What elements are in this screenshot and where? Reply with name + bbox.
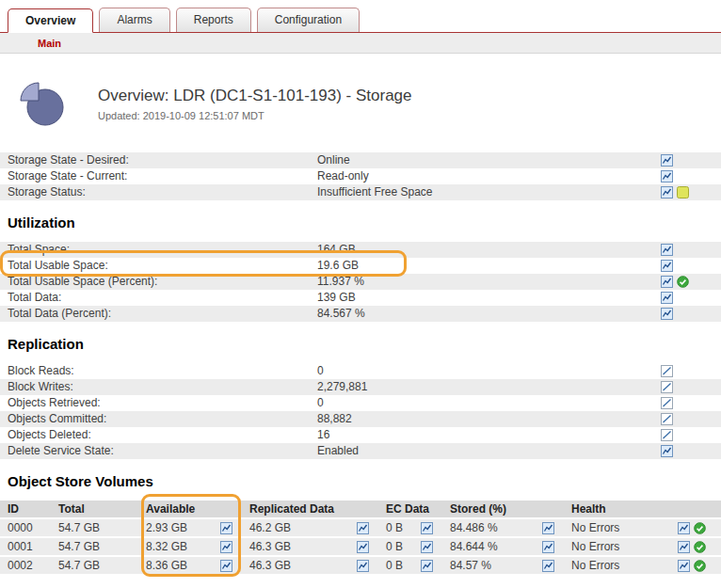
graph-icon[interactable]: [661, 381, 673, 393]
row-icons: [661, 170, 721, 183]
chart-icon[interactable]: [661, 292, 673, 304]
replication-table: Block Reads: 0 Block Writes: 2,279,881 O…: [0, 363, 721, 459]
cell-health: No Errors: [564, 557, 721, 576]
health-value: No Errors: [571, 540, 619, 553]
attr-value: Read-only: [317, 168, 661, 184]
tab-configuration[interactable]: Configuration: [257, 8, 360, 32]
table-header-row: ID Total Available Replicated Data EC Da…: [0, 501, 721, 519]
attr-value: 88,882: [317, 411, 661, 427]
row-icons: [661, 292, 721, 304]
pie-chart-icon: [17, 78, 66, 130]
graph-icon[interactable]: [661, 365, 673, 377]
notice-icon: [677, 186, 689, 199]
graph-icon[interactable]: [661, 413, 673, 425]
attr-label: Objects Committed:: [0, 411, 317, 427]
cell-ec-data: 0 B: [378, 538, 442, 557]
attr-label: Total Data:: [0, 290, 317, 306]
cell-total: 54.7 GB: [51, 538, 138, 557]
chart-icon[interactable]: [220, 541, 232, 553]
attr-value: 16: [317, 427, 661, 443]
attr-label: Objects Deleted:: [0, 427, 317, 443]
cell-stored-percent: 84.644 %: [442, 538, 564, 557]
attr-row-total-usable-space: Total Usable Space: 19.6 GB: [0, 258, 721, 274]
cell-replicated-data: 46.3 GB: [242, 538, 378, 557]
col-header-id: ID: [0, 501, 51, 519]
graph-icon[interactable]: [661, 397, 673, 409]
stored-value: 84.644 %: [450, 540, 498, 553]
main-link[interactable]: Main: [38, 38, 61, 49]
col-header-replicated-data: Replicated Data: [242, 501, 378, 519]
row-icons: [661, 445, 721, 457]
replication-heading: Replication: [0, 322, 721, 363]
cell-id: 0000: [0, 519, 51, 538]
cell-id: 0002: [0, 557, 51, 576]
row-icons: [661, 186, 721, 199]
chart-icon[interactable]: [661, 154, 673, 167]
chart-icon[interactable]: [661, 244, 673, 256]
col-header-available: Available: [138, 501, 242, 519]
attr-row-delete-service-state: Delete Service State: Enabled: [0, 443, 721, 459]
attr-value: 84.567 %: [317, 306, 661, 322]
available-value: 8.36 GB: [146, 559, 187, 572]
available-value: 2.93 GB: [146, 521, 187, 534]
attr-value: Insufficient Free Space: [317, 184, 661, 200]
attr-value: 164 GB: [317, 242, 661, 258]
chart-icon[interactable]: [220, 522, 232, 534]
chart-icon[interactable]: [542, 560, 554, 572]
col-header-health: Health: [564, 501, 721, 519]
chart-icon[interactable]: [661, 445, 673, 457]
row-icons: [661, 397, 721, 409]
chart-icon[interactable]: [678, 541, 690, 553]
attr-value: Online: [317, 152, 661, 168]
page-title: Overview: LDR (DC1-S1-101-193) - Storage: [98, 87, 412, 105]
object-store-volumes-heading: Object Store Volumes: [0, 459, 721, 501]
chart-icon[interactable]: [357, 522, 369, 534]
chart-icon[interactable]: [220, 560, 232, 572]
attr-row-objects-committed: Objects Committed: 88,882: [0, 411, 721, 427]
chart-icon[interactable]: [542, 522, 554, 534]
row-icons: [661, 276, 721, 288]
attr-row-total-data-percent: Total Data (Percent): 84.567 %: [0, 306, 721, 322]
graph-icon[interactable]: [661, 429, 673, 441]
cell-stored-percent: 84.486 %: [442, 519, 564, 538]
attr-label: Total Usable Space:: [0, 258, 317, 274]
attr-label: Total Space:: [0, 242, 317, 258]
chart-icon[interactable]: [678, 560, 690, 572]
row-icons: [661, 429, 721, 441]
stored-value: 84.57 %: [450, 559, 491, 572]
tab-alarms[interactable]: Alarms: [99, 8, 169, 32]
replicated-value: 46.3 GB: [249, 540, 291, 553]
tab-overview[interactable]: Overview: [8, 8, 93, 33]
chart-icon[interactable]: [661, 276, 673, 288]
attr-label: Delete Service State:: [0, 443, 317, 459]
cell-health: No Errors: [564, 538, 721, 557]
attr-row-objects-retrieved: Objects Retrieved: 0: [0, 395, 721, 411]
attr-row-storage-state-current: Storage State - Current: Read-only: [0, 168, 721, 184]
success-icon: [694, 541, 706, 553]
tab-reports[interactable]: Reports: [176, 8, 251, 32]
stored-value: 84.486 %: [450, 521, 498, 534]
row-icons: [678, 560, 721, 572]
cell-ec-data: 0 B: [378, 519, 442, 538]
utilization-table: Total Space: 164 GB Total Usable Space: …: [0, 242, 721, 322]
chart-icon[interactable]: [421, 522, 433, 534]
chart-icon[interactable]: [678, 522, 690, 534]
attr-value: 0: [317, 363, 661, 379]
success-icon: [694, 560, 706, 572]
cell-total: 54.7 GB: [51, 557, 138, 576]
object-store-volumes-table: ID Total Available Replicated Data EC Da…: [0, 501, 721, 576]
chart-icon[interactable]: [542, 541, 554, 553]
chart-icon[interactable]: [661, 260, 673, 272]
attr-row-block-writes: Block Writes: 2,279,881: [0, 379, 721, 395]
chart-icon[interactable]: [421, 541, 433, 553]
chart-icon[interactable]: [661, 186, 673, 199]
chart-icon[interactable]: [357, 560, 369, 572]
success-icon: [677, 276, 689, 288]
table-row-volume-0001: 0001 54.7 GB 8.32 GB 46.3 GB 0 B 84.644 …: [0, 538, 721, 557]
chart-icon[interactable]: [661, 308, 673, 320]
attr-label: Storage State - Current:: [0, 168, 317, 184]
chart-icon[interactable]: [661, 170, 673, 183]
chart-icon[interactable]: [357, 541, 369, 553]
chart-icon[interactable]: [421, 560, 433, 572]
table-row-volume-0002: 0002 54.7 GB 8.36 GB 46.3 GB 0 B 84.57 %…: [0, 557, 721, 576]
